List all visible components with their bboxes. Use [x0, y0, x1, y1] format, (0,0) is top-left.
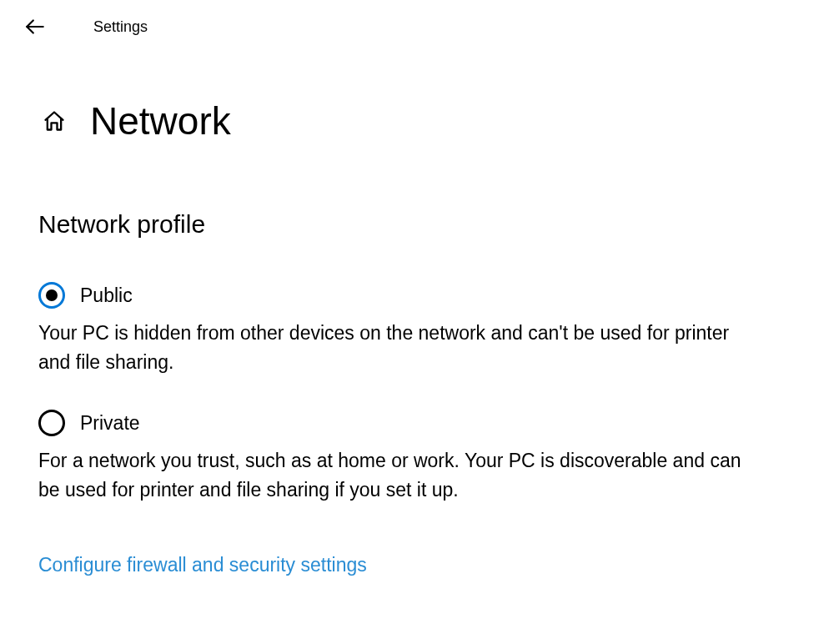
option-private-description: For a network you trust, such as at home…	[38, 446, 747, 504]
arrow-left-icon	[24, 16, 46, 38]
page-title: Network	[90, 98, 231, 143]
page-header: Network	[0, 98, 834, 143]
section-title: Network profile	[38, 210, 834, 239]
app-title: Settings	[93, 18, 148, 36]
top-bar: Settings	[0, 0, 834, 38]
network-profile-options: Public Your PC is hidden from other devi…	[38, 282, 747, 504]
option-private: Private For a network you trust, such as…	[38, 410, 747, 504]
option-public: Public Your PC is hidden from other devi…	[38, 282, 747, 376]
configure-firewall-link[interactable]: Configure firewall and security settings	[38, 554, 367, 576]
radio-public-indicator	[38, 282, 65, 309]
radio-public[interactable]: Public	[38, 282, 747, 309]
home-icon	[43, 109, 66, 133]
radio-private-indicator	[38, 410, 65, 436]
back-button[interactable]	[23, 15, 47, 38]
radio-private-label: Private	[80, 412, 140, 435]
home-button[interactable]	[42, 108, 67, 133]
radio-private[interactable]: Private	[38, 410, 747, 436]
radio-public-label: Public	[80, 284, 133, 307]
option-public-description: Your PC is hidden from other devices on …	[38, 319, 747, 376]
